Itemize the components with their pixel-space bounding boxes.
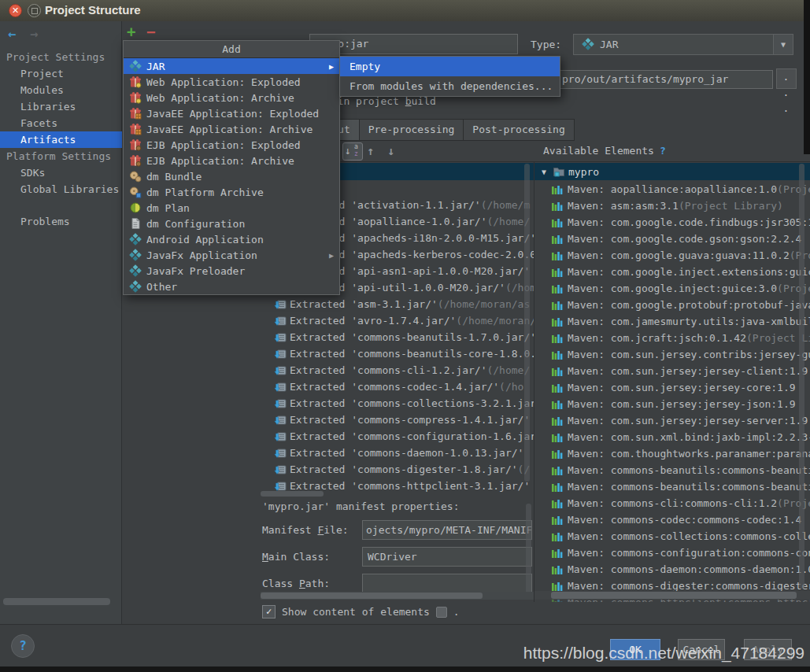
- jar-entry-text: Extracted 'commons-digester-1.8.jar/': [290, 461, 518, 478]
- menu-item-dm-platform-archive[interactable]: dm Platform Archive: [124, 184, 339, 200]
- tree-row-extracted-jar[interactable]: Extracted 'commons-codec-1.4.jar/' (/ho: [261, 378, 534, 395]
- available-element-row[interactable]: Maven: com.sun.xml.bind:jaxb-impl:2.2.3-…: [534, 429, 810, 445]
- move-down-icon[interactable]: ↓: [387, 144, 394, 158]
- sidebar-item-project[interactable]: Project: [0, 65, 122, 82]
- maximize-window-icon[interactable]: [28, 4, 41, 17]
- browse-button[interactable]: . . .: [776, 68, 797, 89]
- menu-item-jar[interactable]: JAR▶: [124, 58, 339, 74]
- menu-item-other[interactable]: Other: [124, 279, 339, 294]
- jar-entry-text: Extracted 'commons-cli-1.2.jar/': [290, 362, 486, 378]
- available-element-row[interactable]: Maven: com.google.code.findbugs:jsr305:1…: [534, 214, 810, 231]
- main-class-input[interactable]: WCDriver: [362, 547, 532, 567]
- available-element-row[interactable]: Maven: com.sun.jersey:jersey-server:1.9: [534, 412, 810, 429]
- available-element-row[interactable]: Maven: com.google.inject.extensions:guic…: [534, 264, 810, 280]
- show-content-checkbox[interactable]: ✓: [262, 605, 276, 618]
- artifact-type-select[interactable]: JAR ▼: [573, 34, 793, 55]
- manifest-horizontal-scrollbar[interactable]: [261, 593, 483, 599]
- available-vertical-scrollbar[interactable]: [799, 164, 804, 589]
- menu-item-javaee-application-archive[interactable]: JavaEE Application: Archive: [124, 121, 339, 137]
- menu-item-ejb-application-exploded[interactable]: EJB Application: Exploded: [124, 137, 339, 153]
- tree-row-extracted-jar[interactable]: Extracted 'asm-3.1.jar/' (/home/moran/as: [261, 296, 534, 312]
- tree-row-extracted-jar[interactable]: Extracted 'commons-collections-3.2.1.jar…: [261, 395, 534, 412]
- sidebar-item-sdks[interactable]: SDKs: [0, 164, 122, 181]
- available-element-row[interactable]: Maven: aopalliance:aopalliance:1.0 (Proj…: [534, 181, 810, 198]
- tree-row-extracted-jar[interactable]: Extracted 'commons-configuration-1.6.jar…: [261, 428, 534, 445]
- sidebar-item-artifacts[interactable]: Artifacts: [0, 131, 122, 148]
- tree-row-extracted-jar[interactable]: Extracted 'commons-compress-1.4.1.jar/': [261, 412, 534, 428]
- menu-item-android-application[interactable]: Android Application: [124, 231, 339, 247]
- available-element-row[interactable]: Maven: com.sun.jersey:jersey-core:1.9: [534, 379, 810, 396]
- available-element-row[interactable]: Maven: commons-beanutils:commons-beanuti…: [534, 462, 810, 478]
- available-element-row[interactable]: Maven: commons-beanutils:commons-beanuti…: [534, 478, 810, 495]
- remove-artifact-button[interactable]: −: [146, 23, 155, 40]
- help-button[interactable]: ?: [11, 634, 35, 658]
- available-element-row[interactable]: Maven: com.google.code.gson:gson:2.2.4: [534, 231, 810, 247]
- manifest-file-input[interactable]: ojects/mypro/META-INF/MANIF: [362, 520, 532, 540]
- maven-library-icon: [551, 514, 564, 526]
- tree-vertical-scrollbar[interactable]: [524, 164, 530, 482]
- available-element-row[interactable]: Maven: com.sun.jersey.contribs:jersey-gu…: [534, 346, 810, 363]
- available-root-row[interactable]: ▼ mypro: [534, 163, 810, 180]
- available-element-row[interactable]: Maven: com.jcraft:jsch:0.1.42 (Project L…: [534, 330, 810, 346]
- maven-coordinates: Maven: com.google.inject.extensions:guic…: [568, 264, 810, 280]
- available-element-row[interactable]: Maven: commons-cli:commons-cli:1.2 (Proj…: [534, 495, 810, 511]
- submenu-item-empty[interactable]: Empty: [340, 57, 560, 76]
- menu-item-dm-configuration[interactable]: dm Configuration: [124, 216, 339, 231]
- tab-pre-processing[interactable]: Pre-processing: [360, 119, 464, 141]
- sidebar-item-modules[interactable]: Modules: [0, 82, 122, 98]
- available-element-row[interactable]: Maven: commons-configuration:commons-con…: [534, 545, 810, 561]
- sidebar-item-facets[interactable]: Facets: [0, 115, 122, 131]
- tree-horizontal-scrollbar[interactable]: [261, 491, 324, 497]
- add-artifact-button[interactable]: +: [127, 23, 135, 40]
- available-element-row[interactable]: Maven: com.google.guava:guava:11.0.2 (Pr…: [534, 247, 810, 264]
- menu-item-javafx-application[interactable]: JavaFx Application▶: [124, 247, 339, 263]
- menu-item-javaee-application-exploded[interactable]: JavaEE Application: Exploded: [124, 105, 339, 121]
- tree-row-extracted-jar[interactable]: Extracted 'commons-digester-1.8.jar/' (/: [261, 461, 534, 478]
- class-path-input[interactable]: [362, 574, 532, 593]
- submenu-item-from-modules-with-dependencies[interactable]: From modules with dependencies...: [340, 76, 560, 96]
- close-window-icon[interactable]: ✕: [9, 4, 22, 17]
- available-element-row[interactable]: Maven: commons-codec:commons-codec:1.4: [534, 511, 810, 528]
- back-arrow-icon[interactable]: ←: [8, 26, 16, 42]
- manifest-vertical-scrollbar[interactable]: [526, 504, 531, 596]
- sidebar-item-libraries[interactable]: Libraries: [0, 98, 122, 115]
- forward-arrow-icon[interactable]: →: [30, 26, 38, 42]
- menu-item-ejb-application-archive[interactable]: EJB Application: Archive: [124, 153, 339, 168]
- available-element-row[interactable]: Maven: com.sun.jersey:jersey-json:1.9: [534, 396, 810, 412]
- maven-library-icon: [551, 233, 564, 246]
- menu-item-dm-plan[interactable]: dm Plan: [124, 200, 339, 216]
- available-horizontal-scrollbar[interactable]: [551, 592, 797, 599]
- jar-entry-text: Extracted 'commons-configuration-1.6.jar…: [290, 428, 534, 445]
- menu-item-dm-bundle[interactable]: dm Bundle: [124, 168, 339, 184]
- available-element-row[interactable]: Maven: com.jamesmurty.utils:java-xmlbuil…: [534, 313, 810, 330]
- tree-row-extracted-jar[interactable]: Extracted 'commons-cli-1.2.jar/' (/home/: [261, 362, 534, 378]
- sidebar-item-global-libraries[interactable]: Global Libraries: [0, 181, 122, 198]
- available-element-row[interactable]: Maven: com.sun.jersey:jersey-client:1.9: [534, 363, 810, 379]
- move-up-icon[interactable]: ↑: [367, 144, 374, 158]
- sort-alphabetically-icon[interactable]: ↓az: [342, 142, 363, 161]
- available-element-row[interactable]: Maven: com.thoughtworks.paranamer:parana…: [534, 445, 810, 462]
- available-element-row[interactable]: Maven: commons-daemon:commons-daemon:1.0…: [534, 561, 810, 578]
- filter-icon[interactable]: [436, 607, 447, 618]
- available-element-row[interactable]: Maven: com.google.protobuf:protobuf-java…: [534, 297, 810, 313]
- artifact-name-input[interactable]: mypro:jar: [309, 34, 518, 54]
- sidebar-item-problems[interactable]: Problems: [0, 213, 122, 230]
- tree-row-extracted-jar[interactable]: Extracted 'commons-beanutils-1.7.0.jar/'…: [261, 329, 534, 345]
- tree-row-extracted-jar[interactable]: Extracted 'commons-beanutils-core-1.8.0.…: [261, 345, 534, 362]
- menu-item-web-application-archive[interactable]: Web Application: Archive: [124, 90, 339, 105]
- menu-item-web-application-exploded[interactable]: Web Application: Exploded: [124, 74, 339, 90]
- available-element-row[interactable]: Maven: asm:asm:3.1 (Project Library): [534, 198, 810, 214]
- tab-post-processing[interactable]: Post-processing: [464, 119, 574, 141]
- maven-coordinates: Maven: commons-codec:commons-codec:1.4: [568, 511, 801, 528]
- help-icon[interactable]: ?: [660, 145, 666, 157]
- tree-row-extracted-jar[interactable]: Extracted 'commons-daemon-1.0.13.jar/': [261, 445, 534, 461]
- available-element-row[interactable]: Maven: commons-collections:commons-colle…: [534, 528, 810, 545]
- expand-triangle-icon[interactable]: ▼: [542, 168, 546, 176]
- jar-artifact-icon: [129, 60, 142, 72]
- sidebar-horizontal-scrollbar[interactable]: [3, 598, 110, 605]
- tree-row-extracted-jar[interactable]: Extracted 'avro-1.7.4.jar/' (/home/moran…: [261, 312, 534, 329]
- available-element-row[interactable]: Maven: com.google.inject:guice:3.0 (Proj…: [534, 280, 810, 297]
- extracted-jar-icon: [274, 348, 287, 360]
- menu-item-javafx-preloader[interactable]: JavaFx Preloader: [124, 263, 339, 279]
- chevron-down-icon[interactable]: ▼: [773, 35, 793, 54]
